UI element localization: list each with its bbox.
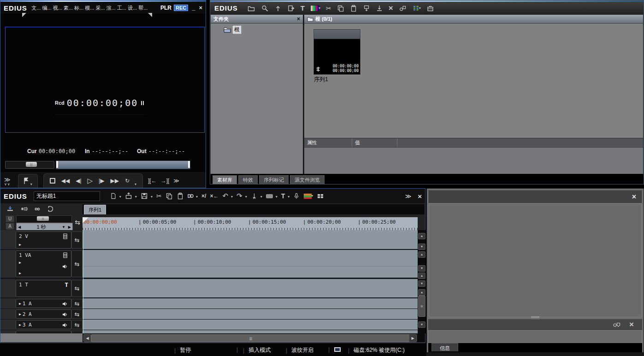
track-header-1a[interactable]: ▶ 1 A bbox=[16, 299, 71, 308]
transport-expand-left-button[interactable]: ≫ ∨∨ bbox=[4, 177, 11, 186]
multicam-grid-icon[interactable] bbox=[317, 192, 324, 200]
replace-clip-icon[interactable]: DD bbox=[188, 194, 193, 199]
ripple-delete-icon[interactable]: ×/ bbox=[201, 193, 206, 199]
view-mode-dropdown-icon[interactable]: ▾ bbox=[419, 6, 421, 12]
flag-dropdown-icon[interactable]: ▾ bbox=[30, 182, 32, 188]
rec-mode-button[interactable]: REC bbox=[174, 5, 188, 11]
tab-sequence-marker[interactable]: 序列标记 bbox=[259, 175, 289, 184]
hscroll-left-button[interactable]: ◀ bbox=[83, 334, 91, 342]
properties-icon[interactable] bbox=[399, 5, 407, 12]
position-bar[interactable] bbox=[56, 160, 190, 169]
value-column-header[interactable]: 值 bbox=[352, 138, 397, 147]
expand-track-icon[interactable]: ▶ bbox=[19, 323, 21, 327]
open-project-icon[interactable] bbox=[125, 192, 132, 200]
loop-playback-button[interactable]: ↻ bbox=[125, 178, 130, 184]
tab-effects[interactable]: 特效 bbox=[238, 175, 258, 184]
track-content-area[interactable] bbox=[83, 230, 418, 333]
ripple-sync-button[interactable]: ⇆ bbox=[73, 217, 82, 227]
add-transition-dropdown-icon[interactable]: ▾ bbox=[276, 195, 278, 200]
hscroll-right-button[interactable]: ▶ bbox=[409, 334, 417, 342]
save-project-dropdown-icon[interactable]: ▾ bbox=[151, 195, 153, 200]
add-clip-icon[interactable] bbox=[287, 5, 295, 12]
insert-mode-icon[interactable] bbox=[6, 205, 14, 213]
effect-settings-icon[interactable] bbox=[613, 321, 621, 328]
sequence-tab[interactable]: 序列1 bbox=[84, 205, 106, 214]
redo-dropdown-icon[interactable]: ▾ bbox=[245, 195, 247, 200]
up-folder-icon[interactable] bbox=[274, 5, 282, 12]
expand-video-icon[interactable]: ▶ bbox=[19, 261, 21, 265]
delete-gap-icon[interactable]: ×← bbox=[210, 193, 219, 199]
video-scroll-down-button[interactable]: ▼ bbox=[418, 243, 425, 250]
plr-mode-button[interactable]: PLR bbox=[160, 5, 171, 11]
tab-source-browser[interactable]: 源文件浏览 bbox=[290, 175, 325, 184]
set-out-button[interactable]: →][ bbox=[161, 178, 170, 184]
folder-tree-item-root[interactable]: 根 bbox=[224, 25, 303, 34]
expand-audio-icon[interactable]: ▶ bbox=[19, 271, 21, 275]
va-scroll-up-button[interactable]: ▲ bbox=[418, 251, 425, 258]
menu-file[interactable]: 文... bbox=[31, 5, 41, 12]
track-patch-1a[interactable]: ⇆ bbox=[71, 299, 83, 308]
zoom-slider-thumb[interactable]: ||| bbox=[37, 216, 49, 221]
title-tool-icon[interactable]: T bbox=[281, 192, 285, 200]
snap-magnet-icon[interactable] bbox=[46, 205, 53, 213]
view-mode-button[interactable]: ▾ bbox=[412, 5, 421, 12]
minimize-button[interactable]: _ bbox=[192, 6, 195, 10]
menu-capture[interactable]: 采... bbox=[95, 5, 106, 12]
cut-icon[interactable]: ✂ bbox=[326, 5, 331, 12]
scale-left-icon[interactable]: ◀ bbox=[17, 225, 22, 229]
track-header-1t[interactable]: 1 T T bbox=[16, 280, 71, 297]
menu-clip[interactable]: 素... bbox=[63, 5, 73, 12]
redo-icon[interactable]: ↷ bbox=[236, 192, 242, 200]
expand-track-icon[interactable]: ▶ bbox=[19, 243, 21, 247]
color-bars-dropdown-icon[interactable]: ▾ bbox=[319, 6, 320, 12]
timeline-zoom-slider[interactable]: ||| bbox=[16, 215, 72, 223]
speaker-icon[interactable] bbox=[62, 264, 68, 269]
track-patch-3a[interactable]: ⇆ bbox=[71, 320, 83, 329]
new-folder-icon[interactable] bbox=[247, 5, 255, 12]
menu-view[interactable]: 视... bbox=[52, 5, 63, 12]
menu-tools[interactable]: 工... bbox=[116, 5, 127, 12]
save-project-icon[interactable] bbox=[141, 192, 148, 200]
menu-help[interactable]: 帮... bbox=[138, 5, 148, 12]
flag-icon[interactable] bbox=[24, 178, 29, 184]
fast-forward-button[interactable]: ▶▶ bbox=[110, 178, 118, 184]
expand-track-icon[interactable]: ▶ bbox=[19, 302, 21, 306]
playhead-flag[interactable] bbox=[83, 217, 89, 223]
shuttle-thumb[interactable]: ||| bbox=[26, 162, 37, 167]
track-header-2a[interactable]: ▶ 2 A bbox=[16, 309, 71, 319]
delete-icon[interactable]: × bbox=[389, 4, 393, 13]
toolbox-icon[interactable] bbox=[426, 5, 434, 12]
paste-icon[interactable] bbox=[177, 192, 184, 200]
track-header-1va[interactable]: 1 VA ▶ ▶ bbox=[16, 250, 71, 277]
scale-right-icon[interactable]: ▶ bbox=[67, 225, 72, 229]
menu-settings[interactable]: 设... bbox=[127, 5, 137, 12]
pin-monitor-icon[interactable] bbox=[363, 5, 370, 12]
track-patch-2v[interactable]: ⇆ bbox=[71, 231, 83, 249]
undo-dropdown-icon[interactable]: ▾ bbox=[231, 195, 233, 200]
set-in-button[interactable]: ][← bbox=[148, 178, 157, 184]
title-scroll-down-button[interactable]: ▼ bbox=[418, 280, 425, 287]
folder-panel-close-button[interactable]: × bbox=[297, 16, 300, 22]
track-header-2v[interactable]: 2 V ▶ bbox=[16, 231, 71, 249]
track-header-3a[interactable]: ▶ 3 A bbox=[16, 320, 71, 329]
paste-icon[interactable] bbox=[350, 5, 357, 12]
add-cut-point-dropdown-icon[interactable]: ▾ bbox=[260, 195, 262, 200]
root-folder-label[interactable]: 根 bbox=[232, 25, 242, 34]
menu-render[interactable]: 渲... bbox=[106, 5, 116, 12]
position-indicator[interactable] bbox=[56, 161, 58, 168]
track-patch-2a[interactable]: ⇆ bbox=[71, 309, 83, 319]
title-scroll-up-button[interactable]: ▲ bbox=[418, 273, 425, 279]
track-patch-1va[interactable]: ⇆ bbox=[71, 250, 83, 277]
track-header-u-button[interactable]: U bbox=[6, 215, 14, 222]
timeline-ruler[interactable]: 00:00:00;00 00:00:05;00 00:00:10;00 00:0… bbox=[83, 217, 418, 230]
new-sequence-dropdown-icon[interactable]: ▾ bbox=[119, 195, 121, 200]
title-tool-dropdown-icon[interactable]: ▾ bbox=[288, 195, 290, 200]
horizontal-scrollbar[interactable]: ◀ ||| ▶ bbox=[83, 333, 418, 342]
add-transition-icon[interactable] bbox=[266, 194, 273, 198]
tab-information[interactable]: 信息 bbox=[431, 343, 458, 351]
stop-button[interactable] bbox=[50, 178, 55, 184]
track-header-a-button[interactable]: A bbox=[6, 223, 14, 230]
menu-mode[interactable]: 模... bbox=[84, 5, 95, 12]
menu-marker[interactable]: 标... bbox=[74, 5, 84, 12]
track-patch-1t[interactable]: ⇆ bbox=[71, 280, 83, 297]
